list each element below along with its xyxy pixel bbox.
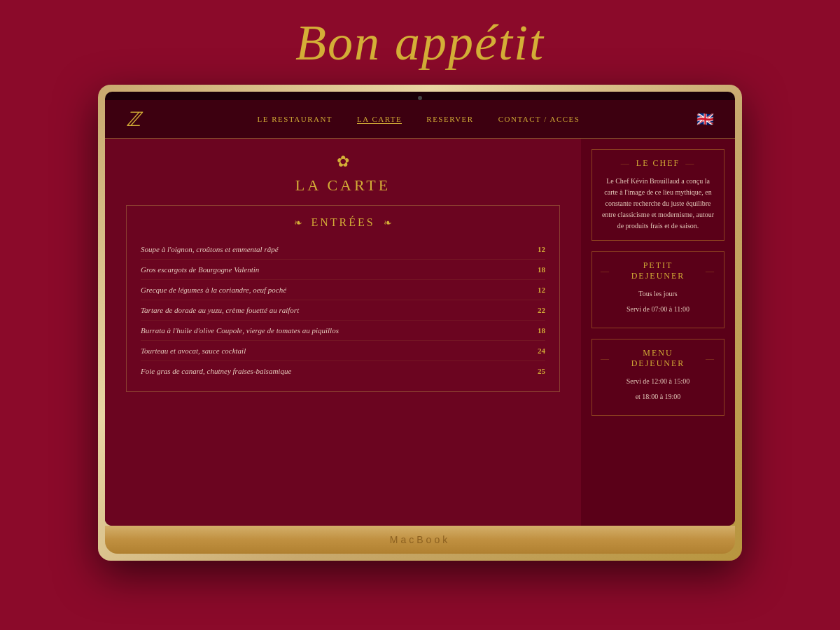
petit-dejeuner-title: PETIT DEJEUNER <box>601 260 715 281</box>
item-name: Soupe à l'oignon, croûtons et emmental r… <box>141 245 279 253</box>
le-chef-title: LE CHEF <box>601 158 715 169</box>
item-price: 18 <box>528 326 545 335</box>
section-ornament-right: ❧ <box>384 217 392 229</box>
nav-le-restaurant[interactable]: LE RESTAURANT <box>258 115 333 123</box>
menu-dejeuner-text: Servi de 12:00 à 15:00 et 18:00 à 19:00 <box>601 376 715 402</box>
entrees-title: ENTRÉES <box>311 216 374 229</box>
petit-dejeuner-card: PETIT DEJEUNER Tous les jours Servi de 0… <box>592 251 724 328</box>
le-chef-text: Le Chef Kévin Brouillaud a conçu la cart… <box>601 176 715 232</box>
item-price: 12 <box>528 245 545 253</box>
nav-reserver[interactable]: RESERVER <box>426 115 473 123</box>
menu-item: Gros escargots de Bourgogne Valentin 18 <box>141 260 545 280</box>
macbook-frame: ℤ LE RESTAURANT LA CARTE RESERVER CONTAC… <box>98 85 742 561</box>
nav-contact-acces[interactable]: CONTACT / ACCES <box>498 115 580 123</box>
language-flag[interactable]: 🇬🇧 <box>696 111 714 127</box>
macbook-screen: ℤ LE RESTAURANT LA CARTE RESERVER CONTAC… <box>105 92 735 526</box>
menu-dejeuner-title: MENU DEJEUNER <box>601 348 715 369</box>
entrees-header: ❧ ENTRÉES ❧ <box>141 216 545 229</box>
petit-dejeuner-text: Tous les jours Servi de 07:00 à 11:00 <box>601 288 715 315</box>
menu-item: Foie gras de canard, chutney fraises-bal… <box>141 361 545 381</box>
menu-item: Grecque de légumes à la coriandre, oeuf … <box>141 280 545 300</box>
menu-item: Burrata à l'huile d'olive Coupole, vierg… <box>141 321 545 341</box>
menu-dejeuner-line2: et 18:00 à 19:00 <box>601 391 715 402</box>
macbook-label: MacBook <box>390 534 450 545</box>
item-price: 25 <box>528 367 545 375</box>
menu-title: LA CARTE <box>295 176 391 194</box>
fleur-ornament: ✿ <box>126 153 560 171</box>
menu-section: ✿ LA CARTE ❧ ENTRÉES ❧ Soupe à l'oignon,… <box>105 139 581 526</box>
section-ornament-left: ❧ <box>294 217 302 229</box>
petit-dejeuner-line2: Servi de 07:00 à 11:00 <box>601 304 715 315</box>
item-name: Burrata à l'huile d'olive Coupole, vierg… <box>141 326 339 335</box>
menu-item: Soupe à l'oignon, croûtons et emmental r… <box>141 239 545 260</box>
menu-dejeuner-line1: Servi de 12:00 à 15:00 <box>601 376 715 387</box>
nav-la-carte[interactable]: LA CARTE <box>357 115 402 124</box>
item-price: 18 <box>528 265 545 274</box>
item-name: Foie gras de canard, chutney fraises-bal… <box>141 367 291 375</box>
le-chef-card: LE CHEF Le Chef Kévin Brouillaud a conçu… <box>592 149 724 241</box>
sidebar: LE CHEF Le Chef Kévin Brouillaud a conçu… <box>581 139 735 526</box>
website: ℤ LE RESTAURANT LA CARTE RESERVER CONTAC… <box>105 100 735 526</box>
item-name: Tartare de dorade au yuzu, crème fouetté… <box>141 306 299 314</box>
menu-dejeuner-card: MENU DEJEUNER Servi de 12:00 à 15:00 et … <box>592 339 724 416</box>
item-price: 22 <box>528 306 545 314</box>
menu-item: Tourteau et avocat, sauce cocktail 24 <box>141 341 545 361</box>
nav-links: LE RESTAURANT LA CARTE RESERVER CONTACT … <box>258 115 580 124</box>
navigation: ℤ LE RESTAURANT LA CARTE RESERVER CONTAC… <box>105 100 735 139</box>
menu-border-box: ❧ ENTRÉES ❧ Soupe à l'oignon, croûtons e… <box>126 205 560 392</box>
macbook-base: MacBook <box>105 526 735 554</box>
menu-items-list: Soupe à l'oignon, croûtons et emmental r… <box>141 239 545 381</box>
petit-dejeuner-line1: Tous les jours <box>601 288 715 300</box>
item-price: 12 <box>528 286 545 294</box>
menu-item: Tartare de dorade au yuzu, crème fouetté… <box>141 300 545 321</box>
main-content: ✿ LA CARTE ❧ ENTRÉES ❧ Soupe à l'oignon,… <box>105 139 735 526</box>
camera-dot <box>418 96 422 100</box>
item-name: Gros escargots de Bourgogne Valentin <box>141 265 259 274</box>
item-name: Tourteau et avocat, sauce cocktail <box>141 346 246 355</box>
menu-header: ✿ LA CARTE <box>126 153 560 195</box>
item-price: 24 <box>528 346 545 355</box>
nav-logo: ℤ <box>126 108 141 131</box>
item-name: Grecque de légumes à la coriandre, oeuf … <box>141 286 286 294</box>
tagline: Bon appétit <box>295 14 545 72</box>
